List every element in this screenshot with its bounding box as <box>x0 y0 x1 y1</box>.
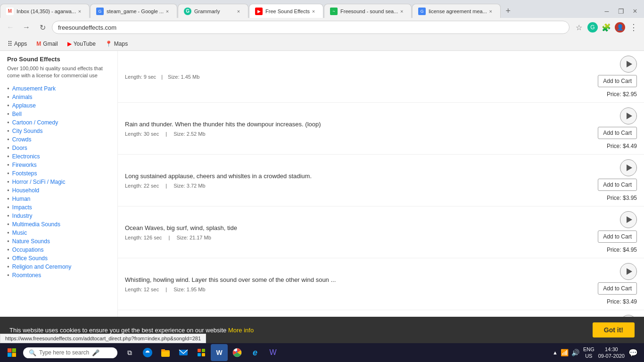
sidebar-category-cartoon---comedy[interactable]: ●Cartoon / Comedy <box>7 118 110 127</box>
reload-button[interactable]: ↻ <box>36 21 49 34</box>
sidebar-category-multimedia-sounds[interactable]: ●Multimedia Sounds <box>7 220 110 229</box>
taskbar-search-label: Type here to search <box>39 349 89 356</box>
add-to-cart-button-5[interactable]: Add to Cart <box>598 282 637 295</box>
bookmark-apps[interactable]: ⠿ Apps <box>4 39 31 49</box>
taskbar-search-box[interactable]: 🔍 Type here to search 🎤 <box>23 347 117 358</box>
restore-button[interactable]: ❐ <box>614 5 627 18</box>
back-button[interactable]: ← <box>4 21 17 34</box>
cookie-more-info-link[interactable]: More info <box>228 327 254 334</box>
file-explorer-icon[interactable] <box>157 344 174 361</box>
tab-freesound-close[interactable]: × <box>310 8 317 15</box>
size-4: Size: 21.17 Mb <box>176 235 211 240</box>
taskbar-clock[interactable]: 14:30 09-07-2020 <box>598 346 625 360</box>
sidebar-category-occupations[interactable]: ●Occupations <box>7 246 110 254</box>
tab-license-close[interactable]: × <box>487 8 495 15</box>
add-to-cart-button-partial[interactable]: Add to Cart <box>598 75 637 87</box>
tab-license[interactable]: G license agreement mea... × <box>412 4 501 18</box>
sidebar-category-office-sounds[interactable]: ●Office Sounds <box>7 254 110 263</box>
sidebar-category-doors[interactable]: ●Doors <box>7 144 110 152</box>
forward-button[interactable]: → <box>20 21 33 34</box>
bullet-icon: ● <box>7 146 9 150</box>
bookmark-youtube[interactable]: ▶ YouTube <box>64 40 99 48</box>
sidebar: Pro Sound Effects Over 100,000 hi qualit… <box>0 51 118 329</box>
notification-center-icon[interactable]: 💬 <box>628 348 638 357</box>
lang-region: US <box>583 353 594 359</box>
bullet-icon: ● <box>7 247 9 252</box>
grammarly-favicon: G <box>184 8 191 15</box>
play-button-partial[interactable] <box>620 56 637 73</box>
sidebar-category-electronics[interactable]: ●Electronics <box>7 152 110 161</box>
sidebar-category-music[interactable]: ●Music <box>7 229 110 237</box>
category-label: Animals <box>12 94 33 100</box>
profile-icon[interactable]: 👤 <box>615 22 625 33</box>
ie-icon[interactable]: e <box>247 344 264 361</box>
play-button-4[interactable] <box>620 211 637 228</box>
close-window-button[interactable]: × <box>628 5 642 18</box>
sidebar-category-crowds[interactable]: ●Crowds <box>7 135 110 144</box>
language-indicator[interactable]: ENG US <box>583 346 594 360</box>
sound-title-5: Whistling, howling wind. Layer this soun… <box>125 276 576 284</box>
sidebar-category-bell[interactable]: ●Bell <box>7 110 110 118</box>
sidebar-category-fireworks[interactable]: ●Fireworks <box>7 161 110 169</box>
volume-icon[interactable]: 🔊 <box>571 349 579 356</box>
tab-steam-close[interactable]: × <box>164 8 171 15</box>
word-icon[interactable]: W <box>211 344 228 361</box>
sidebar-category-industry[interactable]: ●Industry <box>7 212 110 220</box>
sidebar-category-city-sounds[interactable]: ●City Sounds <box>7 127 110 135</box>
tab-gmail[interactable]: M Inbox (14,350) - agarwa... × <box>0 4 90 18</box>
add-to-cart-button-3[interactable]: Add to Cart <box>598 179 637 191</box>
sidebar-category-nature-sounds[interactable]: ●Nature Sounds <box>7 237 110 246</box>
add-to-cart-button-2[interactable]: Add to Cart <box>598 127 637 139</box>
sidebar-category-roomtones[interactable]: ●Roomtones <box>7 271 110 280</box>
task-view-button[interactable]: ⧉ <box>121 344 138 361</box>
add-to-cart-button-4[interactable]: Add to Cart <box>598 230 637 243</box>
sidebar-category-religion-and-ceremony[interactable]: ●Religion and Ceremony <box>7 263 110 271</box>
category-label: City Sounds <box>12 128 43 134</box>
sidebar-category-amusement-park[interactable]: ●Amusement Park <box>7 84 110 93</box>
bookmark-maps[interactable]: 📍 Maps <box>101 40 132 48</box>
start-button[interactable] <box>2 343 21 362</box>
tab-grammarly-close[interactable]: × <box>235 8 242 15</box>
tab-freesound2-close[interactable]: × <box>398 8 405 15</box>
minimize-button[interactable]: – <box>600 5 613 18</box>
sidebar-categories: ●Amusement Park●Animals●Applause●Bell●Ca… <box>7 84 110 280</box>
app-icon-8[interactable]: W <box>264 344 281 361</box>
new-tab-button[interactable]: + <box>501 4 515 18</box>
address-input[interactable] <box>52 21 570 34</box>
sidebar-category-animals[interactable]: ●Animals <box>7 93 110 101</box>
sidebar-category-household[interactable]: ●Household <box>7 186 110 195</box>
chrome-extension-icon[interactable]: G <box>587 22 598 33</box>
store-icon[interactable] <box>193 344 210 361</box>
status-bar: https://www.freesoundeffects.com/addtoca… <box>0 334 206 343</box>
sound-info-3: Long sustained applause, cheers and whis… <box>125 172 576 188</box>
bookmark-star-icon[interactable]: ☆ <box>572 21 586 34</box>
menu-button[interactable]: ⋮ <box>627 21 640 34</box>
tab-freesound[interactable]: ▶ Free Sound Effects × <box>249 4 323 18</box>
svg-rect-7 <box>198 349 201 352</box>
sidebar-category-horror---scifi---magic[interactable]: ●Horror / SciFi / Magic <box>7 178 110 186</box>
bookmark-gmail[interactable]: M Gmail <box>33 40 61 48</box>
sound-right-partial: Add to Cart Price: $2.95 <box>580 56 637 98</box>
sidebar-category-footsteps[interactable]: ●Footsteps <box>7 169 110 178</box>
play-button-5[interactable] <box>620 263 637 280</box>
status-url: https://www.freesoundeffects.com/addtoca… <box>5 336 201 341</box>
edge-icon[interactable] <box>139 344 156 361</box>
chrome-taskbar-icon[interactable] <box>229 344 246 361</box>
play-button-3[interactable] <box>620 159 637 176</box>
tab-freesound2[interactable]: ~ Freesound - sound sea... × <box>324 4 412 18</box>
tab-grammarly[interactable]: G Grammarly × <box>178 4 248 18</box>
sidebar-category-impacts[interactable]: ●Impacts <box>7 203 110 212</box>
play-button-2[interactable] <box>620 107 637 124</box>
sep-4: | <box>167 235 173 240</box>
network-icon[interactable]: 📶 <box>561 349 569 356</box>
mail-icon[interactable] <box>175 344 192 361</box>
sidebar-category-human[interactable]: ●Human <box>7 195 110 203</box>
tray-arrow-icon[interactable]: ▲ <box>553 350 558 355</box>
sound-item-4: Ocean Waves, big surf, wind, splash, tid… <box>118 206 644 258</box>
tab-gmail-close[interactable]: × <box>76 8 83 15</box>
extensions-icon[interactable]: 🧩 <box>600 21 613 34</box>
taskbar-right: ▲ 📶 🔊 ENG US 14:30 09-07-2020 💬 <box>553 346 642 360</box>
sidebar-category-applause[interactable]: ●Applause <box>7 101 110 110</box>
cookie-got-it-button[interactable]: Got it! <box>593 322 635 337</box>
tab-steam[interactable]: G steam_game - Google ... × <box>90 4 177 18</box>
